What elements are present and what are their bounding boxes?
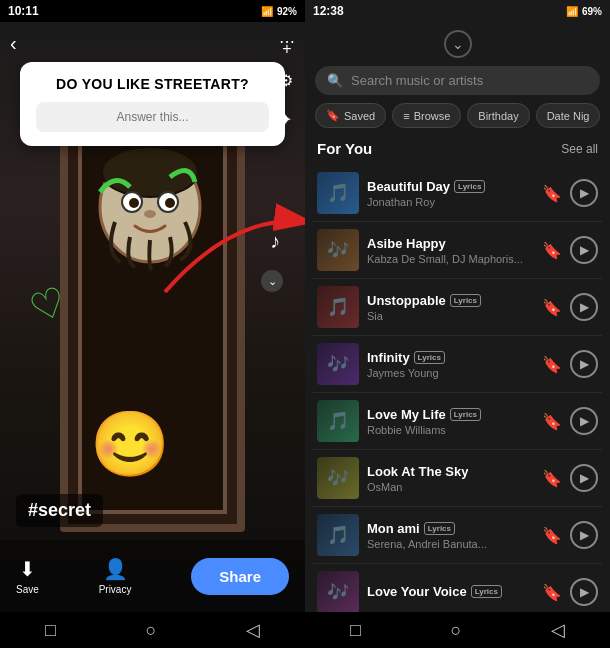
track-item-3: 🎵 Unstoppable Lyrics Sia 🔖 ▶ <box>313 279 602 336</box>
bookmark-icon[interactable]: 🔖 <box>542 583 562 602</box>
answer-input[interactable] <box>36 102 269 132</box>
track-item-2: 🎶 Asibe Happy Kabza De Small, DJ Maphori… <box>313 222 602 279</box>
track-actions: 🔖 ▶ <box>542 407 598 435</box>
play-button[interactable]: ▶ <box>570 179 598 207</box>
question-text: DO YOU LIKE STREETART? <box>36 76 269 92</box>
track-info: Love Your Voice Lyrics <box>367 584 534 601</box>
right-signal: 📶 <box>566 6 578 17</box>
tracks-list: 🎵 Beautiful Day Lyrics Jonathan Roy 🔖 ▶ … <box>305 165 610 612</box>
search-bar: 🔍 Search music or artists <box>315 66 600 95</box>
graffiti-art <box>90 142 210 272</box>
section-title: For You <box>317 140 372 157</box>
hashtag-badge: #secret <box>16 494 103 527</box>
play-button[interactable]: ▶ <box>570 578 598 606</box>
track-artist: Serena, Andrei Banuta... <box>367 538 534 550</box>
track-actions: 🔖 ▶ <box>542 521 598 549</box>
track-thumbnail: 🎶 <box>317 571 359 612</box>
music-panel: ⌄ 🔍 Search music or artists 🔖 Saved ≡ Br… <box>305 22 610 612</box>
see-all-button[interactable]: See all <box>561 142 598 156</box>
tab-saved[interactable]: 🔖 Saved <box>315 103 386 128</box>
story-bottom-bar: ⬇ Save 👤 Privacy Share <box>0 540 305 612</box>
track-item-4: 🎶 Infinity Lyrics Jaymes Young 🔖 ▶ <box>313 336 602 393</box>
date-night-label: Date Nig <box>547 110 590 122</box>
section-header: For You See all <box>305 136 610 165</box>
right-time: 12:38 <box>313 4 344 18</box>
track-artist: Jonathan Roy <box>367 196 534 208</box>
search-icon: 🔍 <box>327 73 343 88</box>
left-battery: 92% <box>277 6 297 17</box>
track-actions: 🔖 ▶ <box>542 236 598 264</box>
track-artist: Jaymes Young <box>367 367 534 379</box>
track-actions: 🔖 ▶ <box>542 578 598 606</box>
collapse-button[interactable]: ⌄ <box>444 30 472 58</box>
play-button[interactable]: ▶ <box>570 293 598 321</box>
browse-icon: ≡ <box>403 110 409 122</box>
nav-circle-left[interactable]: ○ <box>146 620 157 641</box>
track-name: Beautiful Day <box>367 179 450 194</box>
svg-point-6 <box>144 210 156 218</box>
track-name: Infinity <box>367 350 410 365</box>
track-thumbnail: 🎶 <box>317 343 359 385</box>
nav-square-right[interactable]: □ <box>350 620 361 641</box>
lyrics-badge: Lyrics <box>450 408 481 421</box>
bookmark-icon[interactable]: 🔖 <box>542 355 562 374</box>
privacy-action[interactable]: 👤 Privacy <box>99 557 132 595</box>
right-battery: 69% <box>582 6 602 17</box>
lyrics-badge: Lyrics <box>471 585 502 598</box>
track-artist: Sia <box>367 310 534 322</box>
track-item-8: 🎶 Love Your Voice Lyrics 🔖 ▶ <box>313 564 602 612</box>
back-button[interactable]: ‹ <box>10 32 17 55</box>
track-actions: 🔖 ▶ <box>542 464 598 492</box>
track-name: Look At The Sky <box>367 464 468 479</box>
track-name: Love Your Voice <box>367 584 467 599</box>
question-card: DO YOU LIKE STREETART? <box>20 62 285 146</box>
nav-square-left[interactable]: □ <box>45 620 56 641</box>
music-note-icon[interactable]: ♪ <box>270 230 280 253</box>
tab-browse[interactable]: ≡ Browse <box>392 103 461 128</box>
play-button[interactable]: ▶ <box>570 464 598 492</box>
track-info: Infinity Lyrics Jaymes Young <box>367 350 534 379</box>
track-thumbnail: 🎵 <box>317 172 359 214</box>
bookmark-icon[interactable]: 🔖 <box>542 469 562 488</box>
track-actions: 🔖 ▶ <box>542 179 598 207</box>
nav-back-right[interactable]: ◁ <box>551 619 565 641</box>
bookmark-icon[interactable]: 🔖 <box>542 412 562 431</box>
track-artist: Robbie Williams <box>367 424 534 436</box>
bookmark-icon[interactable]: 🔖 <box>542 298 562 317</box>
track-thumbnail: 🎵 <box>317 400 359 442</box>
story-chevron-button[interactable]: ⌄ <box>261 270 283 292</box>
privacy-label: Privacy <box>99 584 132 595</box>
tab-birthday[interactable]: Birthday <box>467 103 529 128</box>
add-icon[interactable]: + <box>282 40 291 58</box>
save-action[interactable]: ⬇ Save <box>16 557 39 595</box>
track-info: Love My Life Lyrics Robbie Williams <box>367 407 534 436</box>
story-top-icons: ⋯ ⚙ ✦ + <box>279 32 295 129</box>
bookmark-icon[interactable]: 🔖 <box>542 526 562 545</box>
search-input[interactable]: Search music or artists <box>351 73 483 88</box>
svg-point-5 <box>165 198 175 208</box>
track-name: Unstoppable <box>367 293 446 308</box>
play-button[interactable]: ▶ <box>570 407 598 435</box>
play-button[interactable]: ▶ <box>570 521 598 549</box>
track-name: Mon ami <box>367 521 420 536</box>
track-info: Mon ami Lyrics Serena, Andrei Banuta... <box>367 521 534 550</box>
filter-tabs: 🔖 Saved ≡ Browse Birthday Date Nig <box>305 103 610 136</box>
save-label: Save <box>16 584 39 595</box>
bookmark-icon[interactable]: 🔖 <box>542 241 562 260</box>
bookmark-icon[interactable]: 🔖 <box>542 184 562 203</box>
track-name: Love My Life <box>367 407 446 422</box>
effects-icon[interactable]: ✦ <box>279 110 295 129</box>
filter-icon[interactable]: ⚙ <box>279 71 295 90</box>
browse-label: Browse <box>414 110 451 122</box>
track-info: Beautiful Day Lyrics Jonathan Roy <box>367 179 534 208</box>
track-artist: Kabza De Small, DJ Maphoris... <box>367 253 534 265</box>
tab-date-night[interactable]: Date Nig <box>536 103 601 128</box>
track-info: Look At The Sky OsMan <box>367 464 534 493</box>
nav-back-left[interactable]: ◁ <box>246 619 260 641</box>
save-icon: ⬇ <box>19 557 36 581</box>
nav-circle-right[interactable]: ○ <box>451 620 462 641</box>
play-button[interactable]: ▶ <box>570 350 598 378</box>
play-button[interactable]: ▶ <box>570 236 598 264</box>
share-button[interactable]: Share <box>191 558 289 595</box>
lyrics-badge: Lyrics <box>414 351 445 364</box>
